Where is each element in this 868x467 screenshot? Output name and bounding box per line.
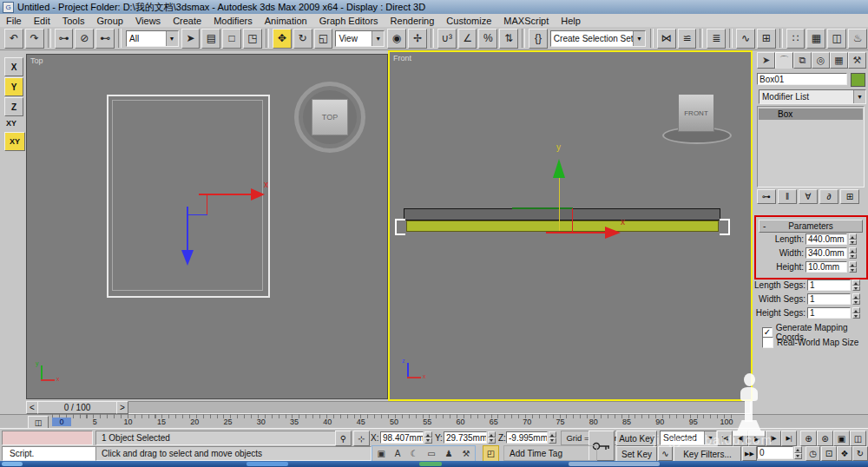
axis-constraint-xy-plane-button[interactable]: XY	[4, 132, 25, 151]
angle-snap-toggle[interactable]: ∠	[458, 29, 477, 49]
add-time-tag[interactable]: Add Time Tag	[503, 445, 597, 461]
object-name-field[interactable]: Box01	[757, 73, 847, 85]
tab-motion[interactable]: ◎	[812, 52, 830, 69]
x-coord-spinner[interactable]	[424, 431, 432, 444]
go-to-start-button[interactable]: |◀	[717, 431, 733, 446]
named-selection-sets-button[interactable]: {}	[529, 29, 548, 49]
menu-item[interactable]: Rendering	[385, 16, 441, 26]
selection-region-icon[interactable]: ▣	[377, 449, 385, 458]
selection-lock-toggle[interactable]: ⚲	[335, 431, 352, 446]
tab-create[interactable]: ➤	[757, 52, 775, 69]
parameters-rollout-header[interactable]: - Parameters	[759, 220, 863, 233]
absolute-offset-toggle[interactable]: ⊹	[353, 431, 370, 446]
height-field[interactable]: 10.0mm	[806, 261, 847, 273]
key-filters-button[interactable]: Key Filters...	[674, 446, 741, 462]
object-color-swatch[interactable]	[851, 73, 865, 87]
gizmo-y-axis[interactable]	[187, 207, 188, 252]
x-coord-field[interactable]: 98.407mm	[380, 431, 424, 444]
render-setup-button[interactable]: ▦	[806, 29, 825, 49]
quick-render-button[interactable]: ♨	[848, 29, 867, 49]
go-to-start-small-button[interactable]: ▶▶	[742, 446, 757, 461]
tab-modify[interactable]: ⌒	[775, 52, 793, 69]
width-spinner[interactable]	[849, 247, 857, 259]
tab-hierarchy[interactable]: ⧉	[793, 52, 812, 69]
previous-frame-button[interactable]: ◀|	[733, 431, 748, 446]
time-slider-handle[interactable]: 0 / 100	[37, 401, 117, 414]
show-end-result-button[interactable]: ‖	[778, 189, 797, 204]
play-animation-button[interactable]: ▶	[748, 431, 766, 446]
select-object-button[interactable]: ➤	[181, 29, 201, 49]
curve-editor-button[interactable]: ∿	[736, 29, 755, 49]
y-coord-field[interactable]: 29.735mm	[444, 431, 487, 444]
axis-constraint-y-button[interactable]: Y	[4, 77, 23, 96]
length-segs-field[interactable]: 1	[807, 280, 851, 291]
time-slider-next-button[interactable]: >	[116, 401, 128, 414]
select-and-rotate-button[interactable]: ↻	[293, 29, 312, 49]
maxscript-macro-recorder[interactable]	[2, 431, 93, 445]
pan-view-button[interactable]: ❖	[837, 446, 852, 461]
height-spinner[interactable]	[849, 261, 857, 273]
height-segs-field[interactable]: 1	[807, 307, 851, 319]
snaps-toggle-button[interactable]: ∪³	[437, 29, 457, 49]
gizmo-y-arrowhead[interactable]	[553, 153, 565, 178]
length-segs-spinner[interactable]	[852, 280, 860, 291]
gizmo-x-axis[interactable]	[546, 232, 607, 234]
width-segs-spinner[interactable]	[852, 293, 860, 305]
z-coord-field[interactable]: -9.995mm	[506, 431, 548, 444]
chevron-down-icon[interactable]: ▼	[704, 431, 716, 444]
menu-item[interactable]: File	[0, 16, 28, 26]
menu-item[interactable]: Modifiers	[207, 16, 259, 26]
menu-item[interactable]: Group	[90, 16, 129, 26]
z-coord-spinner[interactable]	[549, 431, 556, 444]
spinner-snap-toggle[interactable]: ⇅	[499, 29, 518, 49]
length-spinner[interactable]	[849, 234, 857, 245]
taskbar-item[interactable]	[419, 462, 442, 466]
redo-button[interactable]: ↷	[25, 29, 44, 49]
zoom-extents-button[interactable]: ▣	[833, 431, 850, 446]
make-unique-button[interactable]: ∀	[799, 189, 818, 204]
select-and-move-button[interactable]: ✥	[273, 29, 292, 49]
modifier-stack-item-box[interactable]: Box	[759, 109, 863, 120]
modifier-stack[interactable]: Box	[757, 106, 865, 187]
viewport-front[interactable]: Front y x FRONT z x	[388, 50, 753, 401]
viewport-top[interactable]: Top x TOP y x	[26, 54, 388, 399]
moon-icon[interactable]: ☾	[410, 449, 418, 458]
schematic-view-button[interactable]: ⊞	[757, 29, 776, 49]
zoom-extents-all-button[interactable]: ◫	[850, 431, 866, 446]
tab-display[interactable]: ▦	[830, 52, 848, 69]
configure-modifier-sets-button[interactable]: ⊞	[840, 189, 859, 204]
remove-modifier-button[interactable]: ∂	[819, 189, 838, 204]
auto-key-button[interactable]: Auto Key	[616, 431, 657, 446]
cube-isolate-icon[interactable]: ◰	[483, 445, 499, 462]
unlink-selection-button[interactable]: ⊘	[75, 29, 94, 49]
menu-item[interactable]: Views	[129, 16, 167, 26]
zoom-all-button[interactable]: ⊛	[817, 431, 833, 446]
modifier-list-dropdown[interactable]: Modifier List▼	[759, 89, 866, 104]
viewport-top-label[interactable]: Top	[30, 56, 43, 65]
time-slider-prev-button[interactable]: <	[26, 401, 38, 414]
menu-item[interactable]: MAXScript	[497, 16, 555, 26]
axis-constraint-z-button[interactable]: Z	[4, 97, 23, 116]
material-editor-button[interactable]: ∷	[786, 29, 806, 49]
pin-stack-button[interactable]: ⊶	[757, 189, 776, 204]
menu-item[interactable]: Customize	[440, 16, 497, 26]
menu-item[interactable]: Edit	[28, 16, 56, 26]
maxscript-mini-listener[interactable]: Script.	[2, 446, 100, 461]
go-to-end-button[interactable]: ▶|	[781, 431, 797, 446]
chevron-down-icon[interactable]: ▼	[372, 31, 384, 46]
open-mini-curve-editor-button[interactable]: ◫	[28, 416, 49, 429]
current-frame-field[interactable]: 0	[757, 446, 793, 459]
align-button[interactable]: ≌	[678, 29, 697, 49]
person-icon[interactable]: ♟	[445, 449, 453, 458]
wrench-icon[interactable]: ⚒	[463, 449, 470, 458]
zoom-viewport-button[interactable]: ⊕	[800, 431, 817, 446]
undo-button[interactable]: ↶	[4, 29, 23, 49]
menu-item[interactable]: Graph Editors	[313, 16, 385, 26]
select-by-name-button[interactable]: ▤	[201, 29, 220, 49]
width-segs-field[interactable]: 1	[807, 293, 851, 305]
gizmo-x-arrowhead[interactable]	[251, 188, 271, 201]
viewcube-top-face[interactable]: TOP	[312, 99, 348, 135]
text-style-icon[interactable]: A	[395, 449, 401, 458]
time-configuration-button[interactable]: ◷	[806, 446, 820, 461]
select-and-manipulate-button[interactable]: ✢	[408, 29, 427, 49]
